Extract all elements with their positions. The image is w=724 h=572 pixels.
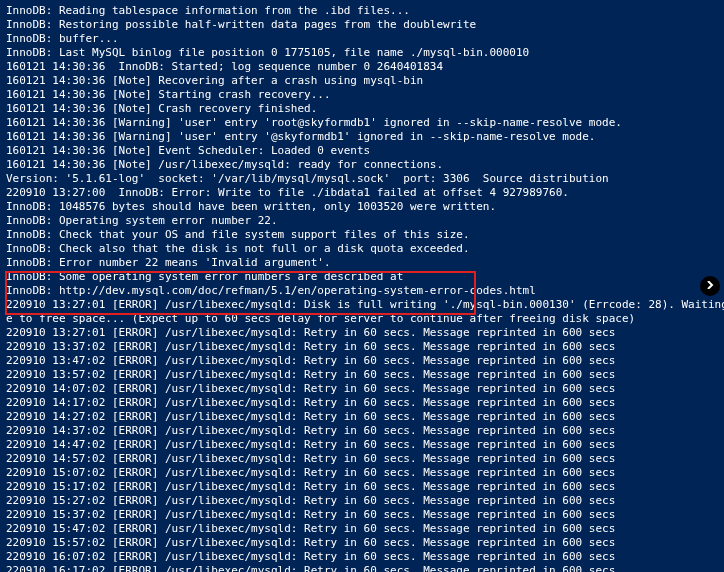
log-line: 160121 14:30:36 [Note] /usr/libexec/mysq… (6, 158, 718, 172)
log-line: InnoDB: Last MySQL binlog file position … (6, 46, 718, 60)
log-line: 220910 15:07:02 [ERROR] /usr/libexec/mys… (6, 466, 718, 480)
log-line: 220910 14:47:02 [ERROR] /usr/libexec/mys… (6, 438, 718, 452)
log-line: 220910 13:47:02 [ERROR] /usr/libexec/mys… (6, 354, 718, 368)
log-line: InnoDB: Check also that the disk is not … (6, 242, 718, 256)
log-line: 220910 13:27:00 InnoDB: Error: Write to … (6, 186, 718, 200)
log-line: 220910 13:37:02 [ERROR] /usr/libexec/mys… (6, 340, 718, 354)
log-line: 220910 16:17:02 [ERROR] /usr/libexec/mys… (6, 564, 718, 572)
log-line: InnoDB: http://dev.mysql.com/doc/refman/… (6, 284, 718, 298)
log-line: InnoDB: Error number 22 means 'Invalid a… (6, 256, 718, 270)
log-line: 220910 14:07:02 [ERROR] /usr/libexec/mys… (6, 382, 718, 396)
log-line: 220910 14:57:02 [ERROR] /usr/libexec/mys… (6, 452, 718, 466)
log-line: 160121 14:30:36 [Note] Starting crash re… (6, 88, 718, 102)
log-line: 220910 14:37:02 [ERROR] /usr/libexec/mys… (6, 424, 718, 438)
log-line: 160121 14:30:36 [Warning] 'user' entry '… (6, 130, 718, 144)
log-line: 220910 14:27:02 [ERROR] /usr/libexec/mys… (6, 410, 718, 424)
log-line: 220910 15:17:02 [ERROR] /usr/libexec/mys… (6, 480, 718, 494)
log-line: InnoDB: Some operating system error numb… (6, 270, 718, 284)
log-line: 220910 15:47:02 [ERROR] /usr/libexec/mys… (6, 522, 718, 536)
log-line: InnoDB: buffer... (6, 32, 718, 46)
log-line: InnoDB: Restoring possible half-written … (6, 18, 718, 32)
log-line: 220910 15:57:02 [ERROR] /usr/libexec/mys… (6, 536, 718, 550)
log-line: 160121 14:30:36 [Note] Recovering after … (6, 74, 718, 88)
log-line: Version: '5.1.61-log' socket: '/var/lib/… (6, 172, 718, 186)
log-line: e to free space... (Expect up to 60 secs… (6, 312, 718, 326)
log-line: 160121 14:30:36 [Note] Event Scheduler: … (6, 144, 718, 158)
log-line: 220910 16:07:02 [ERROR] /usr/libexec/mys… (6, 550, 718, 564)
log-line: InnoDB: Operating system error number 22… (6, 214, 718, 228)
log-line: 220910 15:27:02 [ERROR] /usr/libexec/mys… (6, 494, 718, 508)
log-line: 160121 14:30:36 [Note] Crash recovery fi… (6, 102, 718, 116)
log-line: 160121 14:30:36 [Warning] 'user' entry '… (6, 116, 718, 130)
log-line: InnoDB: 1048576 bytes should have been w… (6, 200, 718, 214)
log-line: 220910 14:17:02 [ERROR] /usr/libexec/mys… (6, 396, 718, 410)
log-line: InnoDB: Check that your OS and file syst… (6, 228, 718, 242)
terminal-output[interactable]: InnoDB: Reading tablespace information f… (0, 0, 724, 572)
chevron-right-icon (706, 279, 714, 293)
log-line: 160121 14:30:36 InnoDB: Started; log seq… (6, 60, 718, 74)
log-line: 220910 13:27:01 [ERROR] /usr/libexec/mys… (6, 326, 718, 340)
log-line: InnoDB: Reading tablespace information f… (6, 4, 718, 18)
next-button[interactable] (700, 276, 720, 296)
log-line: 220910 13:27:01 [ERROR] /usr/libexec/mys… (6, 298, 718, 312)
log-line: 220910 13:57:02 [ERROR] /usr/libexec/mys… (6, 368, 718, 382)
log-line: 220910 15:37:02 [ERROR] /usr/libexec/mys… (6, 508, 718, 522)
